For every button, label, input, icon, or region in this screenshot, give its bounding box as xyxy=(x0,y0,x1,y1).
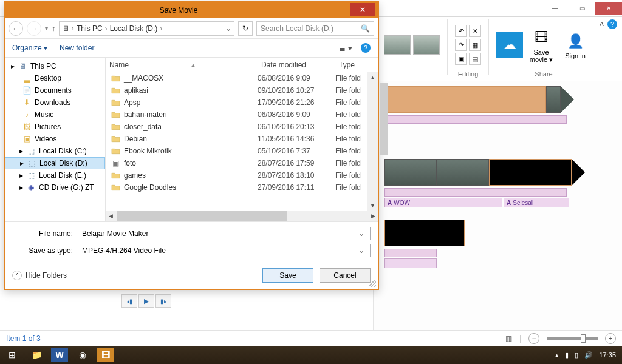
taskbar-moviemaker-icon[interactable]: 🎞 xyxy=(97,348,114,362)
file-name-input[interactable]: Belajar Movie Maker ⌄ xyxy=(78,227,371,240)
timeline-clip[interactable] xyxy=(384,220,465,246)
taskbar-explorer-icon[interactable]: 📁 xyxy=(24,346,49,364)
chevron-down-icon[interactable]: ⌄ xyxy=(357,246,366,255)
taskbar-chrome-icon[interactable]: ◉ xyxy=(70,346,95,364)
view-toggle-icon[interactable]: ▥ xyxy=(505,334,512,343)
close-button[interactable]: ✕ xyxy=(595,2,622,15)
file-row[interactable]: Google Doodles27/09/2016 17:11File fold xyxy=(106,181,367,194)
save-button[interactable]: Save xyxy=(262,268,313,283)
caption-strip[interactable]: ASelesai xyxy=(504,198,569,207)
nav-pictures[interactable]: 🖼Pictures xyxy=(5,121,105,133)
start-button[interactable]: ⊞ xyxy=(0,346,24,364)
save-dialog: Save Movie ✕ ← → ▾ ↑ 🖥› This PC› Local D… xyxy=(4,1,379,290)
audio-strip[interactable] xyxy=(384,188,567,197)
file-row[interactable]: __MACOSX06/08/2016 9:09File fold xyxy=(106,72,367,84)
preview-thumb[interactable] xyxy=(384,35,411,55)
sign-in-button[interactable]: 👤 Sign in xyxy=(559,30,591,59)
taskbar-word-icon[interactable]: W xyxy=(51,348,68,362)
file-row[interactable]: Apsp17/09/2016 21:26File fold xyxy=(106,96,367,109)
nav-drive-d[interactable]: ▸⬚Local Disk (D:) xyxy=(5,157,105,169)
film-reel-icon: 🎞 xyxy=(530,27,552,49)
timeline[interactable]: AWOW ASelesai xyxy=(373,81,622,364)
up-button[interactable]: ↑ xyxy=(52,24,55,33)
file-row[interactable]: aplikasi09/10/2016 10:27File fold xyxy=(106,84,367,96)
timeline-arrow-icon xyxy=(561,86,574,113)
caption-strip[interactable]: AWOW xyxy=(384,198,502,207)
nav-videos[interactable]: ▣Videos xyxy=(5,133,105,145)
file-row[interactable]: ▣foto28/07/2016 17:59File fold xyxy=(106,157,367,169)
folder-icon xyxy=(111,183,120,192)
nav-downloads[interactable]: ⬇Downloads xyxy=(5,96,105,109)
timeline-clip[interactable] xyxy=(546,86,561,113)
zoom-out-button[interactable]: − xyxy=(528,333,539,344)
timeline-clip[interactable] xyxy=(384,159,437,186)
cancel-button[interactable]: Cancel xyxy=(320,268,371,283)
select-all-icon[interactable]: ▦ xyxy=(469,39,481,51)
nav-pane[interactable]: ▸🖥This PC ▂Desktop 📄Documents ⬇Downloads… xyxy=(5,58,106,221)
resize-grip[interactable] xyxy=(369,280,376,287)
timeline-clip[interactable] xyxy=(437,159,489,186)
column-headers[interactable]: Name▲ Date modified Type xyxy=(106,58,378,72)
file-row[interactable]: closer_data06/10/2016 20:13File fold xyxy=(106,121,367,133)
file-row[interactable]: Ebook Mikrotik05/10/2016 7:37File fold xyxy=(106,145,367,157)
timeline-clip[interactable] xyxy=(384,86,546,113)
play-button[interactable]: ▶ xyxy=(138,294,154,308)
file-row[interactable]: games28/07/2016 18:10File fold xyxy=(106,169,367,181)
save-movie-button[interactable]: 🎞 Save movie ▾ xyxy=(525,27,557,63)
prev-frame-button[interactable]: ◂▮ xyxy=(121,294,137,308)
recent-locations-icon[interactable]: ▾ xyxy=(45,25,48,32)
save-as-type-select[interactable]: MPEG-4/H.264 Video File ⌄ xyxy=(78,244,371,257)
rotate-left-icon[interactable]: ↶ xyxy=(455,25,467,37)
minimize-button[interactable]: — xyxy=(542,2,569,15)
chevron-down-icon[interactable]: ⌄ xyxy=(225,24,231,33)
delete-icon[interactable]: ✕ xyxy=(469,25,481,37)
nav-music[interactable]: ♪Music xyxy=(5,109,105,121)
volume-icon[interactable]: 🔊 xyxy=(584,351,593,359)
zoom-in-button[interactable]: + xyxy=(605,333,616,344)
help-icon[interactable]: ? xyxy=(361,43,371,53)
nav-documents[interactable]: 📄Documents xyxy=(5,84,105,96)
search-input[interactable]: Search Local Disk (D:) 🔍 xyxy=(256,21,374,36)
chevron-down-icon[interactable]: ⌄ xyxy=(357,229,366,238)
horizontal-scrollbar[interactable]: ◀ ▶ xyxy=(106,211,378,221)
audio-strip[interactable] xyxy=(384,115,567,124)
vertical-scrollbar[interactable]: ▲▼ xyxy=(367,72,378,211)
nav-drive-g[interactable]: ▸◉CD Drive (G:) ZT xyxy=(5,181,105,194)
next-frame-button[interactable]: ▮▸ xyxy=(156,294,171,308)
breadcrumb[interactable]: 🖥› This PC› Local Disk (D:)› ⌄ xyxy=(59,21,234,36)
system-tray: ▴ ▮ ▯ 🔊 17:35 xyxy=(549,351,622,359)
back-button[interactable]: ← xyxy=(9,21,23,36)
rotate-right-icon[interactable]: ↷ xyxy=(455,39,467,51)
file-list[interactable]: __MACOSX06/08/2016 9:09File foldaplikasi… xyxy=(106,72,367,211)
file-row[interactable]: Debian11/05/2016 14:36File fold xyxy=(106,133,367,145)
battery-icon[interactable]: ▮ xyxy=(565,351,569,359)
nav-desktop[interactable]: ▂Desktop xyxy=(5,72,105,84)
timeline-clip[interactable] xyxy=(489,159,572,186)
dialog-titlebar[interactable]: Save Movie ✕ xyxy=(5,2,378,18)
new-folder-button[interactable]: New folder xyxy=(60,44,94,52)
preview-thumb[interactable] xyxy=(413,35,440,55)
file-list-area: Name▲ Date modified Type __MACOSX06/08/2… xyxy=(106,58,378,221)
nav-this-pc[interactable]: ▸🖥This PC xyxy=(5,60,105,72)
dialog-close-button[interactable]: ✕ xyxy=(350,3,375,16)
tray-up-icon[interactable]: ▴ xyxy=(555,351,559,359)
network-icon[interactable]: ▯ xyxy=(575,351,578,359)
help-icon[interactable]: ? xyxy=(607,19,617,29)
zoom-slider[interactable] xyxy=(547,337,598,340)
file-row[interactable]: bahan-materi06/08/2016 9:09File fold xyxy=(106,109,367,121)
onedrive-icon[interactable]: ☁ xyxy=(496,32,523,58)
forward-button[interactable]: → xyxy=(27,21,41,36)
folder-icon xyxy=(111,98,120,107)
refresh-button[interactable]: ↻ xyxy=(238,21,253,36)
maximize-button[interactable]: ▭ xyxy=(569,2,595,15)
nav-drive-c[interactable]: ▸⬚Local Disk (C:) xyxy=(5,145,105,157)
clock[interactable]: 17:35 xyxy=(599,351,616,359)
nav-drive-e[interactable]: ▸⬚Local Disk (E:) xyxy=(5,169,105,181)
audio-strip[interactable] xyxy=(384,249,437,257)
view-options-button[interactable]: ≣ ▾ xyxy=(339,44,352,53)
hide-folders-button[interactable]: ˄ Hide Folders xyxy=(12,271,67,280)
organize-button[interactable]: Organize ▾ xyxy=(12,44,47,52)
caption-strip[interactable] xyxy=(384,258,437,268)
ribbon-collapse-icon[interactable]: ʌ xyxy=(600,19,604,28)
user-icon: 👤 xyxy=(564,30,586,52)
